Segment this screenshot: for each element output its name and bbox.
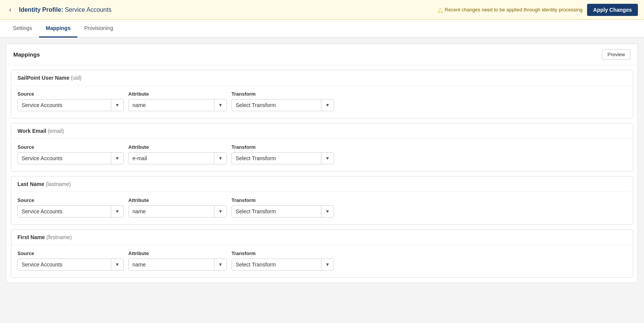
email-attribute-select[interactable]: e-mail [129, 153, 214, 164]
email-attr-name: Work Email [17, 128, 46, 134]
lastname-transform-col: Transform Select Transform ▼ [231, 197, 334, 217]
email-source-select[interactable]: Service Accounts [18, 153, 111, 164]
lastname-attribute-select[interactable]: name [129, 206, 214, 217]
uid-transform-arrow: ▼ [321, 99, 334, 111]
header-warning: △ Recent changes need to be applied thro… [438, 6, 583, 13]
preview-button[interactable]: Preview [602, 49, 631, 60]
firstname-attribute-col: Attribute name ▼ [128, 251, 227, 271]
email-attr-key: (email) [48, 128, 64, 134]
uid-attribute-arrow: ▼ [214, 99, 227, 111]
uid-attribute-label: Attribute [128, 91, 227, 97]
uid-attr-name: SailPoint User Name [17, 75, 69, 81]
email-source-label: Source [17, 144, 124, 150]
lastname-source-label: Source [17, 197, 124, 203]
uid-source-select[interactable]: Service Accounts [18, 99, 111, 111]
mapping-group-lastname: Last Name (lastname) Source Service Acco… [11, 176, 633, 225]
tab-provisioning[interactable]: Provisioning [77, 20, 120, 38]
firstname-transform-select[interactable]: Select Transform [232, 259, 321, 270]
uid-transform-select-wrapper[interactable]: Select Transform ▼ [231, 99, 334, 111]
firstname-source-select[interactable]: Service Accounts [18, 259, 111, 270]
lastname-transform-select[interactable]: Select Transform [232, 206, 321, 217]
lastname-transform-arrow: ▼ [321, 206, 334, 217]
header: ‹ Identity Profile: Service Accounts △ R… [0, 0, 644, 20]
firstname-source-col: Source Service Accounts ▼ [17, 251, 124, 271]
email-transform-arrow: ▼ [321, 153, 334, 164]
tabs-bar: Settings Mappings Provisioning [0, 20, 644, 38]
lastname-attr-name: Last Name [17, 181, 44, 187]
profile-name: Service Accounts [65, 6, 112, 13]
mappings-card: Mappings Preview SailPoint User Name (ui… [6, 44, 638, 283]
email-attribute-arrow: ▼ [214, 153, 227, 164]
uid-attribute-col: Attribute name ▼ [128, 91, 227, 111]
firstname-source-arrow: ▼ [111, 259, 123, 270]
firstname-transform-label: Transform [231, 251, 334, 256]
lastname-attribute-arrow: ▼ [214, 206, 227, 217]
firstname-source-label: Source [17, 251, 124, 256]
firstname-attribute-select[interactable]: name [129, 259, 214, 270]
uid-source-arrow: ▼ [111, 99, 123, 111]
mappings-card-header: Mappings Preview [6, 44, 638, 65]
firstname-source-select-wrapper[interactable]: Service Accounts ▼ [17, 258, 124, 271]
mapping-group-uid-header: SailPoint User Name (uid) [11, 70, 633, 86]
firstname-attribute-arrow: ▼ [214, 259, 227, 270]
email-source-select-wrapper[interactable]: Service Accounts ▼ [17, 152, 124, 164]
lastname-source-arrow: ▼ [111, 206, 123, 217]
firstname-attr-key: (firstname) [46, 234, 72, 240]
firstname-transform-arrow: ▼ [321, 259, 334, 270]
firstname-transform-col: Transform Select Transform ▼ [231, 251, 334, 271]
back-button[interactable]: ‹ [6, 4, 14, 15]
lastname-attribute-col: Attribute name ▼ [128, 197, 227, 217]
mapping-group-firstname: First Name (firstname) Source Service Ac… [11, 229, 633, 278]
main-content: Mappings Preview SailPoint User Name (ui… [0, 38, 644, 289]
mapping-group-uid: SailPoint User Name (uid) Source Service… [11, 70, 633, 118]
email-transform-select[interactable]: Select Transform [232, 153, 321, 164]
uid-transform-col: Transform Select Transform ▼ [231, 91, 334, 111]
email-attribute-col: Attribute e-mail ▼ [128, 144, 227, 164]
email-attribute-select-wrapper[interactable]: e-mail ▼ [128, 152, 227, 164]
mapping-group-firstname-header: First Name (firstname) [11, 230, 633, 245]
tab-settings[interactable]: Settings [6, 20, 39, 38]
email-attribute-label: Attribute [128, 144, 227, 150]
lastname-attribute-label: Attribute [128, 197, 227, 203]
mapping-row-lastname: Source Service Accounts ▼ Attribute [11, 192, 633, 224]
email-transform-label: Transform [231, 144, 334, 150]
lastname-source-select-wrapper[interactable]: Service Accounts ▼ [17, 205, 124, 217]
email-source-arrow: ▼ [111, 153, 123, 164]
mapping-group-email-header: Work Email (email) [11, 123, 633, 139]
uid-attribute-select[interactable]: name [129, 99, 214, 111]
lastname-source-col: Source Service Accounts ▼ [17, 197, 124, 217]
tab-mappings[interactable]: Mappings [39, 20, 77, 38]
mapping-group-email: Work Email (email) Source Service Accoun… [11, 123, 633, 172]
lastname-transform-label: Transform [231, 197, 334, 203]
mappings-title: Mappings [13, 51, 40, 58]
lastname-attribute-select-wrapper[interactable]: name ▼ [128, 205, 227, 217]
warning-text: Recent changes need to be applied throug… [445, 7, 583, 13]
uid-transform-label: Transform [231, 91, 334, 97]
apply-changes-button[interactable]: Apply Changes [587, 4, 638, 16]
mapping-row-firstname: Source Service Accounts ▼ Attribute [11, 245, 633, 277]
mapping-row-uid: Source Service Accounts ▼ Attribute [11, 86, 633, 118]
lastname-source-select[interactable]: Service Accounts [18, 206, 111, 217]
email-source-col: Source Service Accounts ▼ [17, 144, 124, 164]
email-transform-select-wrapper[interactable]: Select Transform ▼ [231, 152, 334, 164]
uid-attribute-select-wrapper[interactable]: name ▼ [128, 99, 227, 111]
firstname-attribute-select-wrapper[interactable]: name ▼ [128, 258, 227, 271]
firstname-attribute-label: Attribute [128, 251, 227, 256]
firstname-attr-name: First Name [17, 234, 45, 240]
firstname-transform-select-wrapper[interactable]: Select Transform ▼ [231, 258, 334, 271]
lastname-transform-select-wrapper[interactable]: Select Transform ▼ [231, 205, 334, 217]
uid-attr-key: (uid) [71, 75, 82, 81]
profile-prefix: Identity Profile: [19, 6, 63, 13]
lastname-attr-key: (lastname) [46, 181, 71, 187]
mapping-group-lastname-header: Last Name (lastname) [11, 176, 633, 192]
uid-source-select-wrapper[interactable]: Service Accounts ▼ [17, 99, 124, 111]
warning-icon: △ [438, 6, 442, 13]
header-title: Identity Profile: Service Accounts [19, 6, 433, 13]
email-transform-col: Transform Select Transform ▼ [231, 144, 334, 164]
uid-transform-select[interactable]: Select Transform [232, 99, 321, 111]
uid-source-col: Source Service Accounts ▼ [17, 91, 124, 111]
uid-source-label: Source [17, 91, 124, 97]
mapping-row-email: Source Service Accounts ▼ Attribute [11, 139, 633, 171]
